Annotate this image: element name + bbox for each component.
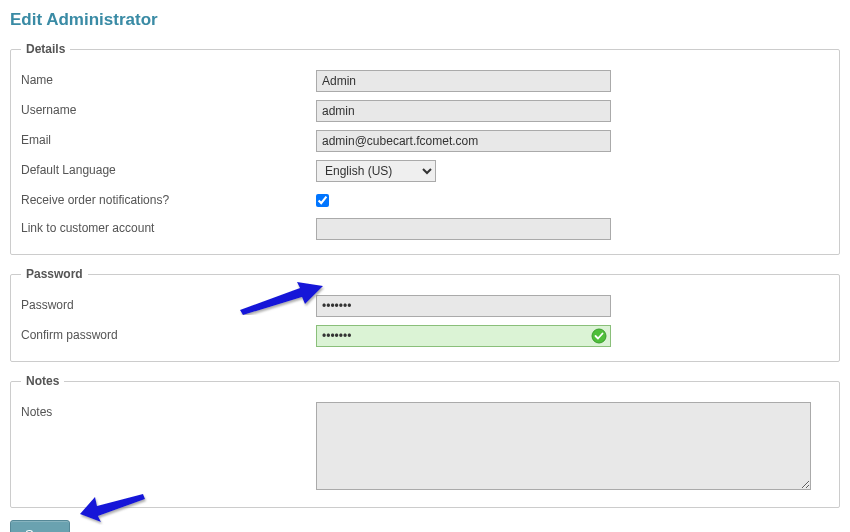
email-input[interactable]	[316, 130, 611, 152]
email-label: Email	[21, 130, 316, 147]
notes-textarea[interactable]	[316, 402, 811, 490]
password-label: Password	[21, 295, 316, 312]
password-input[interactable]	[316, 295, 611, 317]
confirm-password-label: Confirm password	[21, 325, 316, 342]
page-title: Edit Administrator	[10, 10, 840, 30]
notifications-checkbox[interactable]	[316, 194, 329, 207]
svg-point-0	[592, 329, 606, 343]
customer-link-input[interactable]	[316, 218, 611, 240]
notes-label: Notes	[21, 402, 316, 419]
username-input[interactable]	[316, 100, 611, 122]
confirm-password-input[interactable]	[316, 325, 611, 347]
name-label: Name	[21, 70, 316, 87]
save-button[interactable]: Save	[10, 520, 70, 532]
language-label: Default Language	[21, 160, 316, 177]
notifications-label: Receive order notifications?	[21, 190, 316, 207]
name-input[interactable]	[316, 70, 611, 92]
language-select[interactable]: English (US)	[316, 160, 436, 182]
password-legend: Password	[21, 267, 88, 281]
password-fieldset: Password Password Confirm password	[10, 267, 840, 362]
customer-link-label: Link to customer account	[21, 218, 316, 235]
notes-fieldset: Notes Notes	[10, 374, 840, 508]
notes-legend: Notes	[21, 374, 64, 388]
details-legend: Details	[21, 42, 70, 56]
check-circle-icon	[591, 328, 607, 344]
details-fieldset: Details Name Username Email Default Lang…	[10, 42, 840, 255]
username-label: Username	[21, 100, 316, 117]
